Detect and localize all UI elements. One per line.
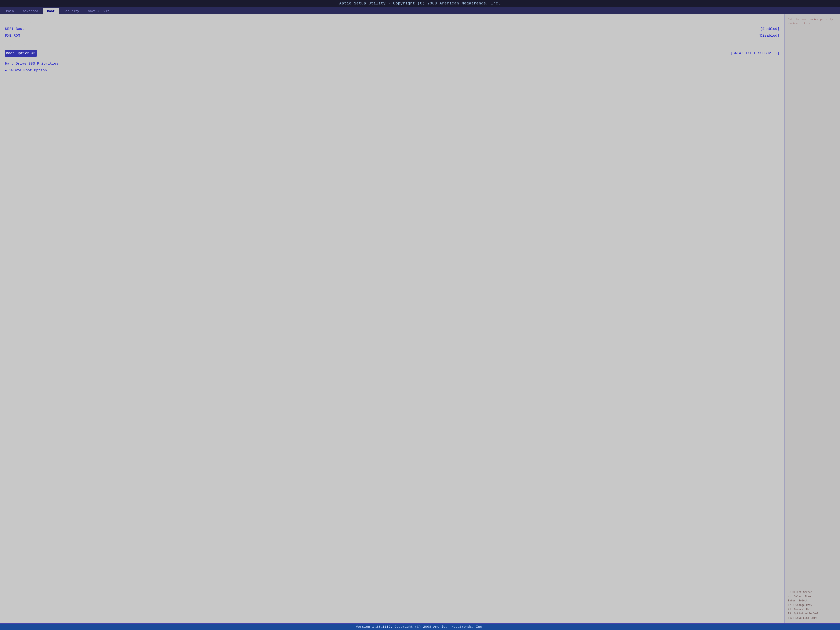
uefi-boot-value: [Enabled]: [760, 26, 780, 32]
key-hint-plusminus: +/-: Change Opt.: [788, 603, 837, 607]
boot-option-1-label: Boot Option #1: [5, 50, 36, 57]
key-hint-arrows: ↔: Select Screen: [788, 590, 837, 594]
key-hint-enter: Enter: Select: [788, 598, 837, 603]
status-bar: Version 1.28.1119. Copyright (C) 2008 Am…: [0, 623, 840, 630]
section-boot-config-header: Boot Configuration: [5, 19, 780, 25]
hard-drive-bbs-label: Hard Drive BBS Priorities: [5, 60, 58, 67]
key-hint-f10: F10: Save ESC: Exit: [788, 616, 837, 620]
title-text: Aptio Setup Utility - Copyright (C) 2008…: [339, 1, 501, 5]
pxe-rom-value: [Disabled]: [758, 33, 780, 39]
section-boot-config: Boot Configuration UEFI Boot [Enabled] P…: [5, 19, 780, 39]
section-boot-priorities: Boot Option Priorities Boot Option #1 [S…: [5, 43, 780, 57]
key-hint-f9: F9: Optimized Default: [788, 612, 837, 616]
uefi-boot-label: UEFI Boot: [5, 26, 24, 32]
section-boot-priorities-header: Boot Option Priorities: [5, 43, 780, 49]
tab-boot[interactable]: Boot: [43, 8, 58, 14]
key-hint-updown: ↑↓: Select Item: [788, 594, 837, 598]
bios-screen: Aptio Setup Utility - Copyright (C) 2008…: [0, 0, 840, 630]
boot-option-1-value: [SATA: INTEL SSDSC2...]: [730, 50, 780, 57]
right-panel: Set the boot device priority device in t…: [785, 14, 840, 623]
key-hint-f1: F1: General Help: [788, 607, 837, 612]
tab-save-exit[interactable]: Save & Exit: [84, 8, 113, 14]
help-text: Set the boot device priority device in t…: [788, 17, 837, 25]
help-line2: device in this: [788, 22, 810, 25]
key-help-section: ↔: Select Screen ↑↓: Select Item Enter: …: [788, 588, 837, 620]
main-content: Boot Configuration UEFI Boot [Enabled] P…: [0, 14, 840, 623]
boot-option-1-row[interactable]: Boot Option #1 [SATA: INTEL SSDSC2...]: [5, 50, 780, 57]
tab-security[interactable]: Security: [60, 8, 83, 14]
nav-bar: Main Advanced Boot Security Save & Exit: [0, 7, 840, 14]
hard-drive-bbs-row[interactable]: Hard Drive BBS Priorities: [5, 60, 780, 67]
tab-main[interactable]: Main: [2, 8, 18, 14]
pxe-rom-label: PXE ROM: [5, 33, 20, 39]
delete-boot-option-label: Delete Boot Option: [5, 67, 47, 74]
title-bar: Aptio Setup Utility - Copyright (C) 2008…: [0, 0, 840, 7]
left-panel: Boot Configuration UEFI Boot [Enabled] P…: [0, 14, 785, 623]
help-line1: Set the boot device priority: [788, 18, 833, 21]
pxe-rom-row[interactable]: PXE ROM [Disabled]: [5, 33, 780, 39]
status-text: Version 1.28.1119. Copyright (C) 2008 Am…: [356, 625, 484, 629]
uefi-boot-row[interactable]: UEFI Boot [Enabled]: [5, 26, 780, 32]
section-drive-priorities: Hard Drive BBS Priorities Delete Boot Op…: [5, 60, 780, 74]
tab-advanced[interactable]: Advanced: [19, 8, 42, 14]
delete-boot-option-row[interactable]: Delete Boot Option: [5, 67, 780, 74]
